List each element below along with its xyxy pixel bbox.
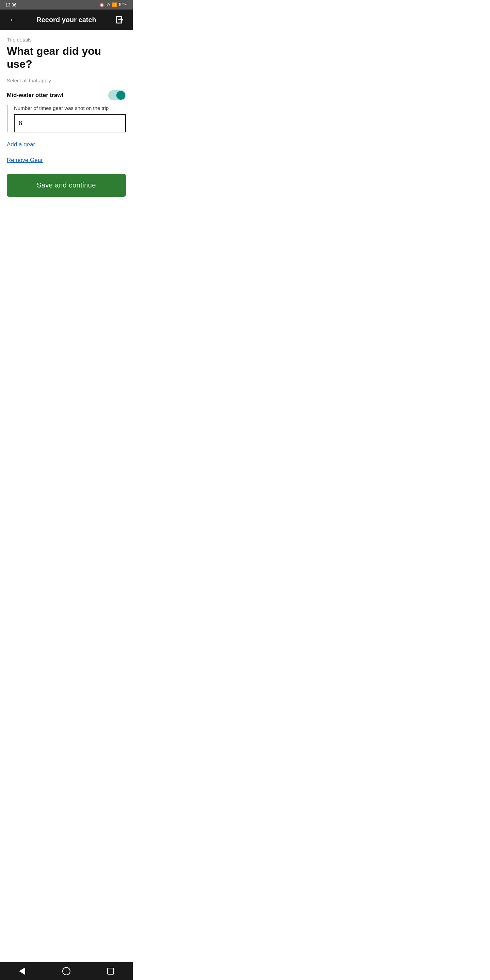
nav-title: Record your catch [37,16,96,24]
remove-gear-button[interactable]: Remove Gear [7,154,43,166]
gear-toggle[interactable] [108,90,126,100]
signal-icon: 📶 [112,2,117,7]
main-content: Trip details What gear did you use? Sele… [0,30,133,205]
exit-button[interactable] [114,14,126,26]
page-heading: What gear did you use? [7,45,126,71]
select-instruction: Select all that apply. [7,78,126,83]
save-continue-button[interactable]: Save and continue [7,174,126,197]
remove-gear-row: Remove Gear [7,154,126,166]
gear-shot-input[interactable] [14,115,126,132]
gear-name: Mid-water otter trawl [7,92,63,99]
status-bar: 13:36 ⏰ ⊖ 📶 52% [0,0,133,10]
back-button[interactable]: ← [7,14,19,26]
battery-icon: 52% [119,2,127,7]
sub-label: Number of times gear was shot on the tri… [14,105,126,111]
exit-icon [115,15,124,24]
gear-toggle-row: Mid-water otter trawl [7,90,126,100]
status-icons: ⏰ ⊖ 📶 52% [99,2,127,7]
minus-circle-icon: ⊖ [107,2,110,7]
add-gear-row: Add a gear [7,138,126,151]
toggle-slider [108,90,126,100]
status-time: 13:36 [5,2,17,8]
nav-bar: ← Record your catch [0,10,133,30]
gear-sub-section: Number of times gear was shot on the tri… [7,105,126,132]
trip-details-label: Trip details [7,37,126,43]
add-gear-button[interactable]: Add a gear [7,138,35,151]
alarm-icon: ⏰ [99,2,105,7]
